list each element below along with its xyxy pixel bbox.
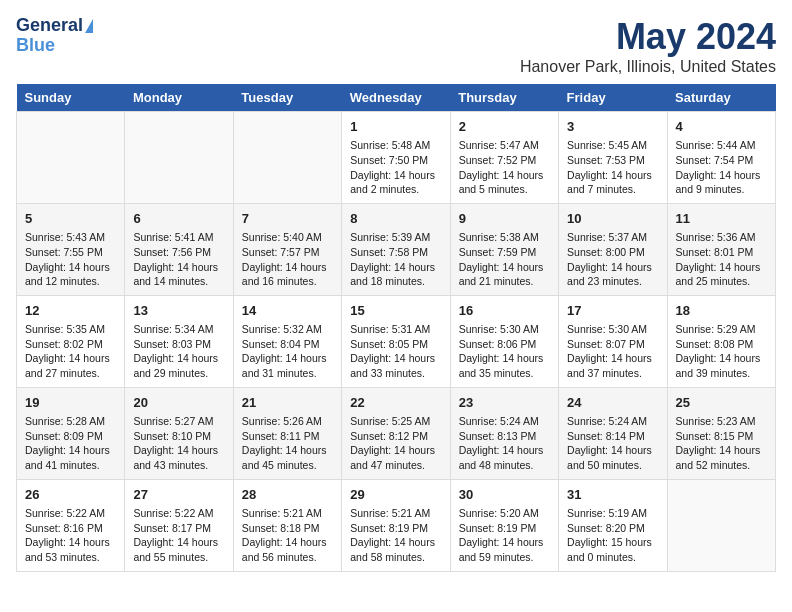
day-info: Sunrise: 5:25 AMSunset: 8:12 PMDaylight:… — [350, 414, 441, 473]
day-info: Sunrise: 5:34 AMSunset: 8:03 PMDaylight:… — [133, 322, 224, 381]
day-number: 5 — [25, 210, 116, 228]
table-row: 1Sunrise: 5:48 AMSunset: 7:50 PMDaylight… — [342, 112, 450, 204]
day-info: Sunrise: 5:35 AMSunset: 8:02 PMDaylight:… — [25, 322, 116, 381]
day-number: 20 — [133, 394, 224, 412]
day-info: Sunrise: 5:24 AMSunset: 8:13 PMDaylight:… — [459, 414, 550, 473]
day-number: 30 — [459, 486, 550, 504]
logo-triangle-icon — [85, 19, 93, 33]
day-info: Sunrise: 5:39 AMSunset: 7:58 PMDaylight:… — [350, 230, 441, 289]
month-title: May 2024 — [520, 16, 776, 58]
table-row: 13Sunrise: 5:34 AMSunset: 8:03 PMDayligh… — [125, 295, 233, 387]
calendar-week-row: 1Sunrise: 5:48 AMSunset: 7:50 PMDaylight… — [17, 112, 776, 204]
day-number: 10 — [567, 210, 658, 228]
day-number: 21 — [242, 394, 333, 412]
day-number: 27 — [133, 486, 224, 504]
calendar-table: Sunday Monday Tuesday Wednesday Thursday… — [16, 84, 776, 572]
table-row: 12Sunrise: 5:35 AMSunset: 8:02 PMDayligh… — [17, 295, 125, 387]
day-number: 12 — [25, 302, 116, 320]
day-info: Sunrise: 5:31 AMSunset: 8:05 PMDaylight:… — [350, 322, 441, 381]
day-number: 15 — [350, 302, 441, 320]
header-friday: Friday — [559, 84, 667, 112]
table-row: 3Sunrise: 5:45 AMSunset: 7:53 PMDaylight… — [559, 112, 667, 204]
header-monday: Monday — [125, 84, 233, 112]
table-row — [17, 112, 125, 204]
table-row: 10Sunrise: 5:37 AMSunset: 8:00 PMDayligh… — [559, 203, 667, 295]
table-row: 23Sunrise: 5:24 AMSunset: 8:13 PMDayligh… — [450, 387, 558, 479]
day-number: 4 — [676, 118, 767, 136]
day-number: 22 — [350, 394, 441, 412]
day-info: Sunrise: 5:21 AMSunset: 8:18 PMDaylight:… — [242, 506, 333, 565]
day-info: Sunrise: 5:38 AMSunset: 7:59 PMDaylight:… — [459, 230, 550, 289]
day-number: 8 — [350, 210, 441, 228]
table-row: 27Sunrise: 5:22 AMSunset: 8:17 PMDayligh… — [125, 479, 233, 571]
day-info: Sunrise: 5:32 AMSunset: 8:04 PMDaylight:… — [242, 322, 333, 381]
day-info: Sunrise: 5:48 AMSunset: 7:50 PMDaylight:… — [350, 138, 441, 197]
table-row: 21Sunrise: 5:26 AMSunset: 8:11 PMDayligh… — [233, 387, 341, 479]
table-row: 25Sunrise: 5:23 AMSunset: 8:15 PMDayligh… — [667, 387, 775, 479]
day-info: Sunrise: 5:24 AMSunset: 8:14 PMDaylight:… — [567, 414, 658, 473]
day-info: Sunrise: 5:20 AMSunset: 8:19 PMDaylight:… — [459, 506, 550, 565]
calendar-week-row: 19Sunrise: 5:28 AMSunset: 8:09 PMDayligh… — [17, 387, 776, 479]
table-row: 15Sunrise: 5:31 AMSunset: 8:05 PMDayligh… — [342, 295, 450, 387]
day-info: Sunrise: 5:26 AMSunset: 8:11 PMDaylight:… — [242, 414, 333, 473]
table-row: 4Sunrise: 5:44 AMSunset: 7:54 PMDaylight… — [667, 112, 775, 204]
day-number: 1 — [350, 118, 441, 136]
table-row: 5Sunrise: 5:43 AMSunset: 7:55 PMDaylight… — [17, 203, 125, 295]
day-number: 16 — [459, 302, 550, 320]
table-row — [233, 112, 341, 204]
logo-blue: Blue — [16, 35, 55, 55]
day-info: Sunrise: 5:29 AMSunset: 8:08 PMDaylight:… — [676, 322, 767, 381]
header-thursday: Thursday — [450, 84, 558, 112]
logo: General Blue — [16, 16, 93, 56]
header-tuesday: Tuesday — [233, 84, 341, 112]
table-row: 9Sunrise: 5:38 AMSunset: 7:59 PMDaylight… — [450, 203, 558, 295]
day-info: Sunrise: 5:21 AMSunset: 8:19 PMDaylight:… — [350, 506, 441, 565]
table-row: 24Sunrise: 5:24 AMSunset: 8:14 PMDayligh… — [559, 387, 667, 479]
day-number: 11 — [676, 210, 767, 228]
day-number: 26 — [25, 486, 116, 504]
day-number: 9 — [459, 210, 550, 228]
table-row: 19Sunrise: 5:28 AMSunset: 8:09 PMDayligh… — [17, 387, 125, 479]
day-info: Sunrise: 5:43 AMSunset: 7:55 PMDaylight:… — [25, 230, 116, 289]
table-row: 20Sunrise: 5:27 AMSunset: 8:10 PMDayligh… — [125, 387, 233, 479]
day-number: 19 — [25, 394, 116, 412]
day-info: Sunrise: 5:30 AMSunset: 8:07 PMDaylight:… — [567, 322, 658, 381]
table-row: 7Sunrise: 5:40 AMSunset: 7:57 PMDaylight… — [233, 203, 341, 295]
day-info: Sunrise: 5:45 AMSunset: 7:53 PMDaylight:… — [567, 138, 658, 197]
table-row: 17Sunrise: 5:30 AMSunset: 8:07 PMDayligh… — [559, 295, 667, 387]
day-number: 23 — [459, 394, 550, 412]
day-number: 17 — [567, 302, 658, 320]
title-block: May 2024 Hanover Park, Illinois, United … — [520, 16, 776, 76]
day-info: Sunrise: 5:19 AMSunset: 8:20 PMDaylight:… — [567, 506, 658, 565]
calendar-header-row: Sunday Monday Tuesday Wednesday Thursday… — [17, 84, 776, 112]
day-info: Sunrise: 5:23 AMSunset: 8:15 PMDaylight:… — [676, 414, 767, 473]
day-info: Sunrise: 5:44 AMSunset: 7:54 PMDaylight:… — [676, 138, 767, 197]
day-number: 6 — [133, 210, 224, 228]
table-row: 16Sunrise: 5:30 AMSunset: 8:06 PMDayligh… — [450, 295, 558, 387]
day-number: 18 — [676, 302, 767, 320]
logo-general: General — [16, 16, 83, 36]
location-title: Hanover Park, Illinois, United States — [520, 58, 776, 76]
day-info: Sunrise: 5:27 AMSunset: 8:10 PMDaylight:… — [133, 414, 224, 473]
table-row: 26Sunrise: 5:22 AMSunset: 8:16 PMDayligh… — [17, 479, 125, 571]
table-row: 28Sunrise: 5:21 AMSunset: 8:18 PMDayligh… — [233, 479, 341, 571]
table-row: 29Sunrise: 5:21 AMSunset: 8:19 PMDayligh… — [342, 479, 450, 571]
day-number: 3 — [567, 118, 658, 136]
table-row: 18Sunrise: 5:29 AMSunset: 8:08 PMDayligh… — [667, 295, 775, 387]
table-row: 30Sunrise: 5:20 AMSunset: 8:19 PMDayligh… — [450, 479, 558, 571]
day-number: 31 — [567, 486, 658, 504]
day-info: Sunrise: 5:40 AMSunset: 7:57 PMDaylight:… — [242, 230, 333, 289]
day-number: 7 — [242, 210, 333, 228]
day-number: 25 — [676, 394, 767, 412]
day-info: Sunrise: 5:22 AMSunset: 8:17 PMDaylight:… — [133, 506, 224, 565]
table-row: 11Sunrise: 5:36 AMSunset: 8:01 PMDayligh… — [667, 203, 775, 295]
day-number: 14 — [242, 302, 333, 320]
header-saturday: Saturday — [667, 84, 775, 112]
calendar-week-row: 5Sunrise: 5:43 AMSunset: 7:55 PMDaylight… — [17, 203, 776, 295]
table-row: 22Sunrise: 5:25 AMSunset: 8:12 PMDayligh… — [342, 387, 450, 479]
day-info: Sunrise: 5:30 AMSunset: 8:06 PMDaylight:… — [459, 322, 550, 381]
table-row: 14Sunrise: 5:32 AMSunset: 8:04 PMDayligh… — [233, 295, 341, 387]
table-row: 6Sunrise: 5:41 AMSunset: 7:56 PMDaylight… — [125, 203, 233, 295]
table-row — [125, 112, 233, 204]
day-number: 29 — [350, 486, 441, 504]
